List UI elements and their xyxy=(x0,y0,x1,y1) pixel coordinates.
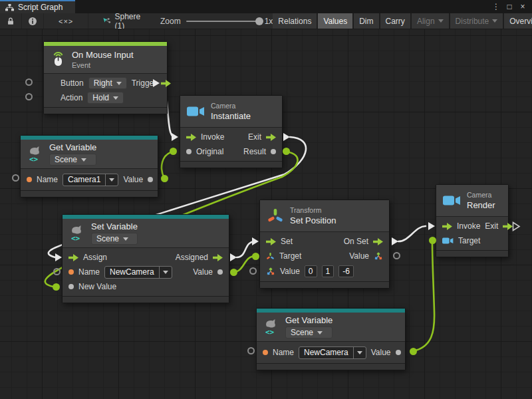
flow-port-icon[interactable] xyxy=(161,80,171,87)
value-out-marker-setvar-value[interactable] xyxy=(230,269,237,276)
flow-port-icon[interactable] xyxy=(213,254,223,261)
script-machine-icon xyxy=(103,17,110,25)
flow-out-marker-assigned[interactable] xyxy=(230,253,237,261)
unconnected-port-action[interactable] xyxy=(25,93,33,100)
node-footer xyxy=(436,250,508,257)
lock-button[interactable] xyxy=(0,13,22,29)
graph-breadcrumb[interactable]: Sphere (1) xyxy=(103,13,143,29)
variable-name-dropdown[interactable]: NewCamera xyxy=(104,266,172,279)
flow-port-icon[interactable] xyxy=(373,238,383,245)
variable-name-dropdown[interactable]: NewCamera xyxy=(299,346,366,359)
string-port-icon[interactable] xyxy=(263,350,268,355)
unconnected-port-setvar-name[interactable] xyxy=(53,268,61,275)
unconnected-port-button[interactable] xyxy=(25,78,33,86)
button-dropdown[interactable]: Right xyxy=(88,77,127,89)
node-subtitle: Event xyxy=(72,61,134,69)
set-port-label: Set xyxy=(281,237,293,246)
flow-out-marker-onset[interactable] xyxy=(392,237,398,245)
value-port-icon[interactable] xyxy=(396,350,401,355)
value-in-marker-new-value[interactable] xyxy=(53,283,60,291)
node-set-variable[interactable]: <> Set Variable Scene Assign Assigned xyxy=(62,214,229,303)
overview-button[interactable]: Overview xyxy=(504,13,532,29)
action-dropdown[interactable]: Hold xyxy=(87,92,124,104)
string-port-icon[interactable] xyxy=(68,269,74,275)
carry-button[interactable]: Carry xyxy=(380,13,410,29)
scope-dropdown[interactable]: Scene xyxy=(285,327,332,338)
value-port-icon[interactable] xyxy=(217,269,223,275)
vector-y-field[interactable]: 1 xyxy=(322,265,334,277)
graph-name: Sphere (1) xyxy=(115,13,143,29)
node-on-mouse-input[interactable]: On Mouse Input Event Button Right Trigge… xyxy=(43,41,168,114)
value-port-icon[interactable] xyxy=(148,177,153,182)
scope-dropdown[interactable]: Scene xyxy=(49,154,96,166)
caret-down-icon xyxy=(109,178,114,182)
port-row-set: Set On Set xyxy=(260,234,389,249)
value-in-marker-original[interactable] xyxy=(170,148,177,155)
flow-in-marker-assign[interactable] xyxy=(55,253,62,261)
assign-port-label: Assign xyxy=(83,253,107,262)
variable-name-value: NewCamera xyxy=(105,267,159,278)
menu-icon[interactable]: ⋮ xyxy=(491,2,501,11)
value-port-icon[interactable] xyxy=(186,149,192,154)
distribute-button[interactable]: Distribute xyxy=(450,13,503,29)
value-in-marker-render-target[interactable] xyxy=(429,237,436,244)
value-out-marker-result[interactable] xyxy=(283,148,290,155)
original-port-label: Original xyxy=(196,147,223,156)
node-get-variable-camera1[interactable]: <> Get Variable Scene Name Camera1 Value xyxy=(20,135,158,198)
vector-z-field[interactable]: -6 xyxy=(338,265,354,277)
variable-name-value: Camera1 xyxy=(63,174,105,186)
vector3-port-icon[interactable] xyxy=(266,267,275,276)
scope-dropdown[interactable]: Scene xyxy=(91,233,138,245)
value-port-icon[interactable] xyxy=(271,149,276,154)
dropdown-arrow[interactable] xyxy=(159,267,172,278)
value-out-marker-camera1[interactable] xyxy=(161,175,168,182)
unconnected-port-position-value-out[interactable] xyxy=(393,252,400,259)
node-set-position[interactable]: Transform Set Position Set On Set Targe xyxy=(259,200,390,289)
flow-port-icon[interactable] xyxy=(266,134,276,141)
maximize-icon[interactable]: □ xyxy=(504,2,515,11)
dropdown-arrow[interactable] xyxy=(353,347,366,358)
flow-port-icon[interactable] xyxy=(266,238,276,245)
relations-button[interactable]: Relations xyxy=(273,13,317,29)
zoom-slider[interactable] xyxy=(186,21,259,22)
zoom-slider-handle[interactable] xyxy=(255,17,263,25)
port-row-invoke-exit: Invoke Exit xyxy=(180,130,282,144)
target-port-label: Target xyxy=(279,251,301,261)
node-camera-render[interactable]: Camera Render Invoke Exit Target xyxy=(436,184,509,257)
node-footer xyxy=(180,161,282,168)
dropdown-arrow[interactable] xyxy=(105,174,118,186)
vector-x-field[interactable]: 0 xyxy=(305,265,317,277)
align-button[interactable]: Align xyxy=(412,13,449,29)
value-in-port-label: Value xyxy=(280,267,300,276)
flow-port-icon[interactable] xyxy=(442,223,452,230)
result-port-label: Result xyxy=(243,147,266,156)
node-camera-instantiate[interactable]: Camera Instantiate Invoke Exit Original … xyxy=(180,95,283,168)
node-get-variable-newcamera[interactable]: <> Get Variable Scene Name NewCamera Val xyxy=(256,308,406,370)
tab-script-graph[interactable]: Script Graph xyxy=(0,0,75,13)
flow-port-icon[interactable] xyxy=(186,134,196,141)
close-icon[interactable]: × xyxy=(517,2,528,11)
variable-name-dropdown[interactable]: Camera1 xyxy=(63,174,118,186)
values-button[interactable]: Values xyxy=(318,13,352,29)
flow-out-marker-trigger[interactable] xyxy=(153,79,160,87)
flow-in-marker-render-invoke[interactable] xyxy=(428,222,435,230)
camera-port-icon[interactable] xyxy=(442,237,454,245)
exit-port-label: Exit xyxy=(248,132,261,142)
string-port-icon[interactable] xyxy=(27,177,32,182)
flow-in-marker-set[interactable] xyxy=(252,237,259,245)
code-view-button[interactable]: <×> xyxy=(44,13,88,29)
flow-port-icon[interactable] xyxy=(68,254,78,261)
value-out-marker-newcamera[interactable] xyxy=(410,348,417,355)
value-in-marker-target[interactable] xyxy=(252,253,259,260)
value-port-icon[interactable] xyxy=(68,284,74,289)
vector3-port-icon[interactable] xyxy=(374,251,383,261)
unconnected-port-position-value-in[interactable] xyxy=(249,267,257,275)
unconnected-port-getvar2-name[interactable] xyxy=(247,347,255,354)
flow-out-marker-exit[interactable] xyxy=(283,133,290,141)
dim-button[interactable]: Dim xyxy=(354,13,378,29)
flow-in-marker-invoke[interactable] xyxy=(172,133,178,141)
unconnected-flow-out-render-exit[interactable] xyxy=(512,221,521,231)
info-button[interactable] xyxy=(22,13,44,29)
transform-port-icon[interactable] xyxy=(266,252,275,261)
unconnected-port-getvar-name[interactable] xyxy=(12,174,19,182)
